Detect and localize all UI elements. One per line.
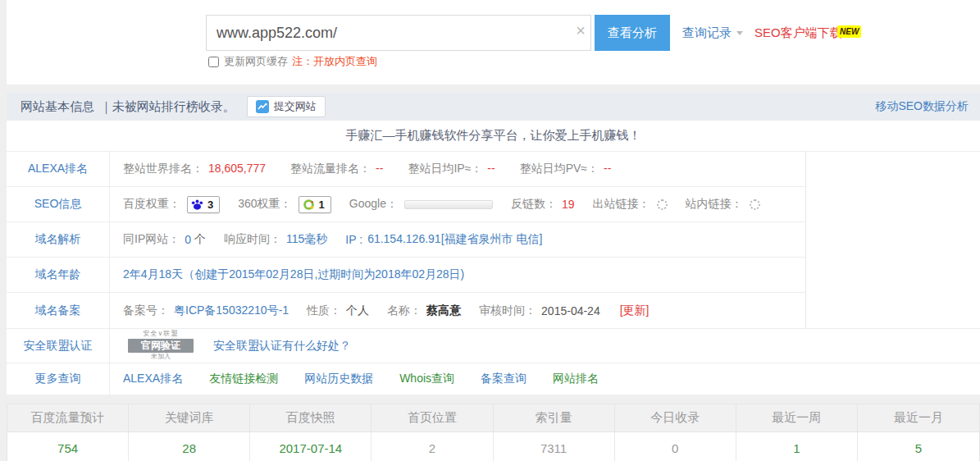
row-more-label: 更多查询 <box>7 363 110 395</box>
same-ip-label: 同IP网站： <box>123 232 180 247</box>
analyze-button[interactable]: 查看分析 <box>595 15 670 51</box>
value-homepos: 2 <box>371 432 493 461</box>
icp-number-label: 备案号： <box>123 304 169 318</box>
value-month[interactable]: 5 <box>858 432 979 461</box>
seo-client-download-link[interactable]: SEO客户端下载 <box>754 25 842 41</box>
col-header-keywords: 关键词库 <box>129 404 250 432</box>
row-seo-label: SEO信息 <box>7 187 110 221</box>
row-dns-label: 域名解析 <box>7 222 110 257</box>
loading-spinner-icon <box>750 199 760 210</box>
360-logo-icon <box>303 199 315 211</box>
chevron-down-icon <box>736 31 743 35</box>
row-domain-age-label: 域名年龄 <box>7 258 110 292</box>
refresh-cache-checkbox[interactable] <box>208 57 219 67</box>
more-link-alexa[interactable]: ALEXA排名 <box>123 372 183 386</box>
col-header-today: 今日收录 <box>615 404 736 432</box>
site-info-panel: 网站基本信息 ｜未被网站排行榜收录。 提交网站 移动SEO数据分析 手赚汇—手机… <box>7 93 980 395</box>
trend-chart-icon <box>256 100 269 113</box>
row-icp-label: 域名备案 <box>7 293 110 328</box>
url-search-input[interactable] <box>206 15 591 51</box>
more-link-icp[interactable]: 备案查询 <box>481 372 526 386</box>
row-security-label: 安全联盟认证 <box>7 329 110 363</box>
world-rank-value[interactable]: 18,605,777 <box>208 162 266 175</box>
col-header-traffic: 百度流量预计 <box>7 404 129 432</box>
row-dns: 域名解析 同IP网站：0个 响应时间：115毫秒 IP :61.154.126.… <box>7 222 805 258</box>
refresh-cache-label: 更新网页缓存 <box>224 54 288 69</box>
baidu-weight-value: 3 <box>207 199 213 211</box>
google-pr-label: Google： <box>349 197 398 212</box>
outlinks-label: 出站链接： <box>593 197 650 212</box>
icp-nature-value: 个人 <box>346 304 369 318</box>
ip-label: IP : <box>345 233 362 246</box>
icp-nature-label: 性质： <box>307 304 341 318</box>
row-security: 安全联盟认证 安全∨联盟 官网验证 未加入 安全联盟认证有什么好处？ <box>7 329 980 363</box>
row-seo: SEO信息 百度权重： 3 360权重： <box>7 187 805 222</box>
so360-weight-value: 1 <box>319 199 325 211</box>
more-link-whois[interactable]: Whois查询 <box>399 372 454 386</box>
backlinks-value: 19 <box>562 198 575 211</box>
page: × 查看分析 查询记录 SEO客户端下载 NEW 更新网页缓存 注：开放内页查询… <box>0 0 980 461</box>
security-benefit-link[interactable]: 安全联盟认证有什么好处？ <box>213 339 351 354</box>
daily-pv-value: -- <box>604 162 611 175</box>
value-today: 0 <box>615 432 736 461</box>
col-header-month: 最近一月 <box>858 404 979 432</box>
baidu-weight-badge[interactable]: 3 <box>187 196 220 213</box>
emblem-ribbon-text: 官网验证 <box>128 339 194 353</box>
emblem-top-text: 安全∨联盟 <box>123 331 198 338</box>
site-title: 手赚汇—手机赚钱软件分享平台，让你爱上手机赚钱！ <box>7 121 980 152</box>
google-pr-bar <box>404 200 493 209</box>
row-icp: 域名备案 备案号：粤ICP备15032210号-1 性质：个人 名称：蔡高意 审… <box>7 293 805 328</box>
more-link-history[interactable]: 网站历史数据 <box>304 372 373 386</box>
more-link-friendly[interactable]: 友情链接检测 <box>209 372 278 386</box>
so360-weight-badge[interactable]: 1 <box>299 196 331 213</box>
clear-input-icon[interactable]: × <box>571 21 590 40</box>
stats-value-row: 754 28 2017-07-14 2 7311 0 1 5 <box>7 432 979 461</box>
query-history-label: 查询记录 <box>682 25 732 39</box>
empty-right-area <box>805 152 980 328</box>
info-rows: ALEXA排名 整站世界排名：18,605,777 整站流量排名：-- 整站日均… <box>7 152 980 329</box>
col-header-week: 最近一周 <box>736 404 858 432</box>
inlinks-label: 站内链接： <box>686 197 743 212</box>
response-time-value: 115毫秒 <box>286 232 327 247</box>
traffic-rank-label: 整站流量排名： <box>290 162 371 175</box>
icp-name-label: 名称： <box>387 304 422 318</box>
query-history-link[interactable]: 查询记录 <box>682 25 743 41</box>
world-rank-label: 整站世界排名： <box>123 162 203 175</box>
col-header-homepos: 首页位置 <box>371 404 493 432</box>
response-time-label: 响应时间： <box>224 232 281 247</box>
traffic-rank-value: -- <box>376 162 383 175</box>
daily-ip-value: -- <box>487 162 495 175</box>
security-alliance-emblem: 安全∨联盟 官网验证 未加入 <box>123 331 198 361</box>
new-badge: NEW <box>837 25 861 38</box>
panel-header: 网站基本信息 ｜未被网站排行榜收录。 提交网站 移动SEO数据分析 <box>7 93 980 121</box>
col-header-snapshot: 百度快照 <box>250 404 371 432</box>
submit-site-label: 提交网站 <box>274 99 317 114</box>
emblem-bottom-text: 未加入 <box>123 354 198 361</box>
icp-audit-label: 审核时间： <box>479 304 536 318</box>
row-alexa: ALEXA排名 整站世界排名：18,605,777 整站流量排名：-- 整站日均… <box>7 152 805 187</box>
row-alexa-label: ALEXA排名 <box>7 152 110 186</box>
value-week[interactable]: 1 <box>736 432 858 461</box>
cache-option-row: 更新网页缓存 注：开放内页查询 <box>208 54 377 69</box>
icp-number-value[interactable]: 粤ICP备15032210号-1 <box>174 304 289 318</box>
ip-value[interactable]: 61.154.126.91[福建省泉州市 电信] <box>367 232 542 247</box>
baidu-paw-icon <box>191 199 203 211</box>
value-traffic[interactable]: 754 <box>7 432 129 461</box>
submit-site-button[interactable]: 提交网站 <box>247 96 326 117</box>
row-more-queries: 更多查询 ALEXA排名 友情链接检测 网站历史数据 Whois查询 备案查询 … <box>7 363 980 395</box>
divider <box>7 395 980 404</box>
divider <box>7 84 980 93</box>
value-keywords[interactable]: 28 <box>129 432 250 461</box>
panel-title: 网站基本信息 <box>21 99 94 115</box>
value-snapshot[interactable]: 2017-07-14 <box>250 432 371 461</box>
baidu-stats-table: 百度流量预计 关键词库 百度快照 首页位置 索引量 今日收录 最近一周 最近一月… <box>7 404 980 461</box>
daily-ip-label: 整站日均IP≈： <box>408 162 482 175</box>
cache-note: 注：开放内页查询 <box>292 54 377 69</box>
icp-update-link[interactable]: [更新] <box>620 304 650 318</box>
icp-name-value: 蔡高意 <box>426 304 461 318</box>
baidu-weight-label: 百度权重： <box>123 197 180 212</box>
more-link-rank[interactable]: 网站排名 <box>553 372 599 386</box>
mobile-seo-link[interactable]: 移动SEO数据分析 <box>875 99 969 114</box>
daily-pv-label: 整站日均PV≈： <box>520 162 599 175</box>
same-ip-value[interactable]: 0 <box>185 233 191 246</box>
